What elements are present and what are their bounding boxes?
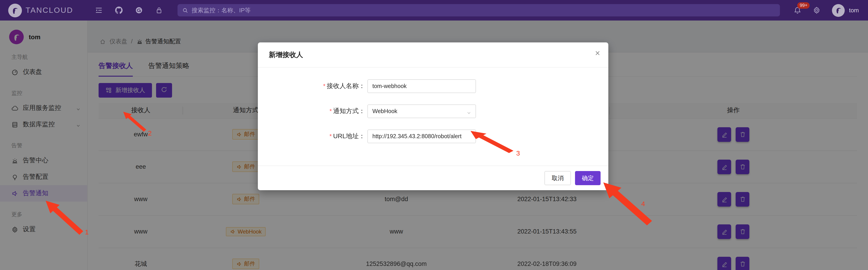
annotation-arrow-2 [123,112,147,132]
url-input[interactable] [372,133,471,140]
close-icon[interactable]: × [595,49,600,58]
annotation-label-4: 4 [641,200,645,207]
url-label: URL地址： [333,132,365,140]
gitee-icon[interactable] [135,6,143,14]
required-mark: * [330,108,332,114]
tancloud-logo-icon [8,3,22,17]
chevron-down-icon [466,109,471,114]
menu-fold-icon[interactable] [95,6,103,14]
annotation-label-1: 1 [85,228,89,236]
github-icon[interactable] [115,6,123,14]
topbar-icon-group [95,6,163,14]
notice-method-select[interactable] [367,104,476,118]
cancel-button[interactable]: 取消 [545,171,571,185]
top-header-bar: TANCLOUD 99+ tom [0,0,868,21]
brand-logo[interactable]: TANCLOUD [0,3,87,17]
confirm-button[interactable]: 确定 [575,171,600,185]
required-mark: * [323,82,326,90]
topbar-right-group: 99+ tom [794,4,868,16]
brand-name: TANCLOUD [26,6,73,15]
app-window: TANCLOUD 99+ tom tom 主导航 [0,0,868,270]
settings-gear-icon[interactable] [813,6,821,14]
modal-footer: 取消 确定 [258,166,608,190]
monitor-search-bar[interactable] [178,4,780,16]
search-icon [182,7,188,13]
modal-title: 新增接收人 [269,50,303,59]
notification-count-badge: 99+ [798,2,810,9]
receiver-name-input[interactable] [372,83,471,90]
add-receiver-modal: 新增接收人 × *接收人名称： *通知方式： *URL地址： [258,42,608,190]
form-row-url: *URL地址： [258,130,608,143]
lock-icon[interactable] [155,6,163,14]
user-avatar[interactable] [832,4,845,16]
receiver-name-field[interactable] [367,79,476,93]
notice-method-label: 通知方式： [333,107,365,114]
required-mark: * [330,133,332,140]
search-input[interactable] [192,7,776,14]
annotation-arrow-4 [603,182,653,227]
annotation-arrow-1 [45,201,85,236]
modal-header: 新增接收人 × [258,42,608,67]
annotation-arrow-3 [470,131,515,154]
receiver-name-label: 接收人名称： [327,82,365,90]
notice-method-value[interactable] [372,108,471,114]
annotation-label-2: 2 [148,129,152,137]
form-row-notice-method: *通知方式： [258,104,608,118]
annotation-label-3: 3 [516,149,520,157]
modal-body: *接收人名称： *通知方式： *URL地址： [258,67,608,143]
url-field[interactable] [367,130,476,143]
topbar-username[interactable]: tom [849,7,859,14]
notifications-bell-icon[interactable]: 99+ [794,6,802,14]
form-row-receiver-name: *接收人名称： [258,79,608,93]
